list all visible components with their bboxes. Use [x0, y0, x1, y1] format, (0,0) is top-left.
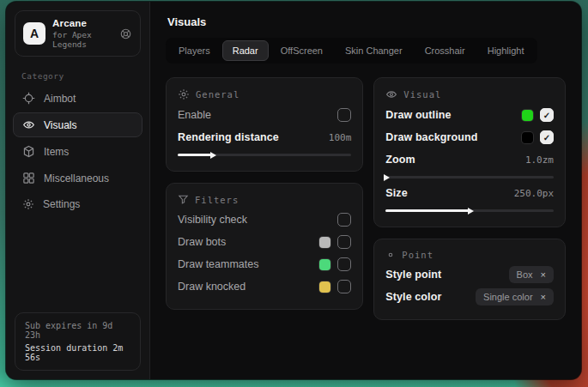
lifebuoy-icon[interactable] [119, 27, 132, 40]
color-swatch[interactable] [319, 281, 330, 293]
card-title: General [196, 89, 239, 100]
slider-value: 1.0zm [525, 154, 554, 166]
crosshair-icon [22, 92, 35, 105]
setting-draw-outline: Draw outline✓ [385, 104, 554, 126]
color-swatch[interactable] [522, 110, 533, 121]
tab-skin-changer[interactable]: Skin Changer [335, 40, 413, 61]
gear-icon [22, 198, 34, 210]
tab-offscreen[interactable]: OffScreen [270, 40, 333, 61]
row-label: Visibility check [178, 214, 247, 226]
tab-players[interactable]: Players [168, 40, 221, 61]
eye-scan-icon [22, 118, 35, 131]
setting-style-point: Style pointBox× [385, 263, 554, 286]
sidebar-item-label: Settings [43, 198, 80, 210]
sidebar-item-settings[interactable]: Settings [13, 192, 142, 216]
slider-rendering-distance[interactable] [178, 154, 351, 156]
remove-icon[interactable]: × [541, 292, 546, 302]
color-swatch[interactable] [319, 259, 330, 270]
funnel-icon [178, 194, 189, 205]
card-title: Visual [403, 89, 441, 100]
checkbox[interactable] [337, 108, 351, 122]
main-panel: Visuals PlayersRadarOffScreenSkin Change… [150, 2, 581, 379]
chip-label: Single color [483, 292, 532, 302]
subscription-card: Sub expires in 9d 23h Session duration 2… [15, 312, 141, 371]
row-label: Draw outline [385, 109, 451, 121]
sidebar-item-label: Miscellaneous [44, 172, 109, 184]
card-general: General EnableRendering distance100m [166, 77, 363, 172]
setting-draw-knocked: Draw knocked [178, 275, 351, 298]
tab-highlight[interactable]: Highlight [477, 40, 535, 61]
session-duration-text: Session duration 2m 56s [25, 343, 130, 362]
sidebar-item-items[interactable]: Items [13, 139, 142, 164]
sidebar-item-visuals[interactable]: Visuals [13, 112, 142, 137]
row-label: Draw teammates [178, 258, 258, 270]
checkbox[interactable] [337, 280, 351, 293]
checkbox[interactable] [337, 235, 351, 249]
color-swatch[interactable] [319, 237, 330, 248]
sub-expiry-text: Sub expires in 9d 23h [25, 321, 130, 340]
brand-card: A Arcane for Apex Legends [15, 10, 141, 57]
app-window: A Arcane for Apex Legends Category Aimbo… [6, 2, 581, 379]
row-label: Draw knocked [178, 281, 246, 293]
sidebar-nav: AimbotVisualsItemsMiscellaneousSettings [6, 85, 149, 217]
color-swatch[interactable] [522, 132, 533, 143]
setting-style-color: Style colorSingle color× [385, 286, 554, 308]
category-label: Category [21, 71, 134, 81]
select-chip-box[interactable]: Box× [509, 266, 554, 283]
select-chip-single-color[interactable]: Single color× [476, 288, 554, 305]
row-label: Draw bots [178, 236, 226, 248]
slider-value: 100m [329, 132, 352, 143]
app-title: Arcane [52, 18, 112, 28]
gear-icon [178, 88, 190, 100]
slider-thumb[interactable] [210, 152, 216, 159]
row-label: Enable [178, 109, 211, 121]
slider-size[interactable] [385, 209, 554, 212]
box-icon [22, 145, 35, 158]
card-title: Filters [195, 195, 239, 205]
tab-radar[interactable]: Radar [222, 40, 269, 61]
setting-visibility-check: Visibility check [178, 209, 351, 231]
app-subtitle: for Apex Legends [52, 30, 112, 49]
tab-bar: PlayersRadarOffScreenSkin ChangerCrossha… [166, 38, 537, 63]
slider-zoom[interactable] [385, 176, 554, 178]
setting-enable: Enable [178, 104, 351, 126]
sidebar-item-label: Aimbot [44, 93, 76, 105]
card-filters: Filters Visibility checkDraw botsDraw te… [166, 183, 363, 310]
chip-label: Box [517, 269, 533, 280]
row-label: Style point [385, 269, 441, 281]
sidebar: A Arcane for Apex Legends Category Aimbo… [6, 2, 150, 379]
setting-zoom: Zoom1.0zm [385, 148, 554, 178]
dot-icon [385, 250, 396, 260]
setting-draw-background: Draw background✓ [385, 126, 554, 148]
eye-icon [385, 88, 397, 100]
content-area: General EnableRendering distance100m Fil… [150, 63, 581, 334]
remove-icon[interactable]: × [541, 269, 546, 280]
row-label: Rendering distance [178, 131, 279, 143]
checkbox[interactable] [337, 213, 351, 227]
slider-fill [385, 209, 470, 212]
card-title: Point [402, 250, 433, 260]
sidebar-item-aimbot[interactable]: Aimbot [13, 86, 142, 111]
checkbox[interactable]: ✓ [540, 108, 554, 122]
setting-draw-teammates: Draw teammates [178, 253, 351, 275]
slider-fill [178, 154, 212, 156]
setting-rendering-distance: Rendering distance100m [178, 126, 351, 156]
row-label: Zoom [385, 154, 415, 166]
page-title: Visuals [150, 2, 581, 38]
tab-crosshair[interactable]: Crosshair [415, 40, 476, 61]
card-point: Point Style pointBox×Style colorSingle c… [373, 239, 566, 320]
row-label: Style color [385, 291, 441, 303]
slider-value: 250.0px [514, 188, 554, 199]
sidebar-item-miscellaneous[interactable]: Miscellaneous [13, 166, 142, 190]
setting-draw-bots: Draw bots [178, 231, 351, 253]
app-logo: A [23, 22, 45, 45]
row-label: Draw background [385, 131, 477, 143]
grid-icon [22, 172, 35, 184]
checkbox[interactable] [337, 257, 351, 271]
card-visual: Visual Draw outline✓Draw background✓Zoom… [373, 77, 566, 227]
slider-thumb[interactable] [384, 174, 390, 181]
setting-size: Size250.0px [385, 182, 554, 212]
sidebar-item-label: Visuals [44, 119, 76, 131]
slider-thumb[interactable] [468, 208, 474, 215]
checkbox[interactable]: ✓ [540, 130, 554, 144]
